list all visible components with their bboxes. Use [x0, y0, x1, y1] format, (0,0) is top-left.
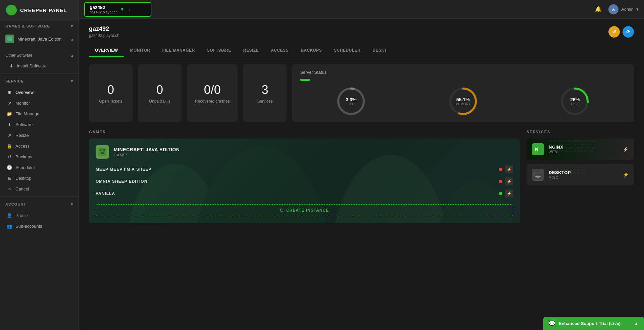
cancel-icon: ✕	[7, 186, 12, 191]
unpaid-bills-card: 0 Unpaid Bills	[138, 64, 182, 122]
instance-omnia: OMNIA SHEEP EDITION ⚡	[96, 177, 513, 185]
recovered-crashes-card: 0/0 Recovered crashes	[187, 64, 238, 122]
svg-rect-21	[535, 172, 541, 176]
notifications-button[interactable]: 🔔	[593, 4, 604, 15]
sidebar-item-backups[interactable]: ↺ Backups	[0, 151, 79, 162]
server-selector[interactable]: gaz492 gaz492.playat.ch ▾ ↕	[84, 2, 151, 17]
nginx-info: NGINX WEB	[549, 145, 618, 154]
create-instance-button[interactable]: ⬡ CREATE INSTANCE	[96, 204, 513, 216]
instance-meep: MEEP MEEP I'M A SHEEP ⚡	[96, 165, 513, 173]
disk-gauge-circle: 26% DISK	[560, 86, 590, 116]
activity-icon: ↗	[7, 100, 12, 106]
svg-rect-16	[100, 149, 101, 151]
cpu-gauge: 3.3% CPU	[336, 86, 366, 116]
server-selector-chevron: ▾	[121, 6, 123, 12]
status-indicator	[300, 79, 310, 81]
logo-icon: 🌿	[6, 5, 17, 15]
games-software-section[interactable]: GAMES & SOFTWARE	[0, 20, 79, 32]
download-icon: ⬇	[9, 63, 13, 68]
other-software-header[interactable]: Other Software	[0, 50, 79, 60]
disk-gauge: 26% DISK	[560, 86, 590, 116]
desktop-lightning[interactable]: ⚡	[623, 172, 629, 177]
open-tickets-value: 0	[107, 83, 114, 97]
lock-icon: 🔒	[7, 143, 12, 149]
svg-rect-0	[7, 37, 12, 41]
services-value: 3	[261, 83, 268, 97]
services-section-title: SERVICES	[527, 130, 634, 134]
instance-omnia-status	[499, 180, 502, 183]
sidebar-item-resize[interactable]: ↗ Resize	[0, 130, 79, 141]
resize-icon: ↗	[7, 132, 12, 138]
instance-meep-action[interactable]: ⚡	[505, 165, 513, 173]
sidebar-item-monitor[interactable]: ↗ Monitor	[0, 98, 79, 108]
game-header: MINECRAFT: JAVA EDITION GAMES	[96, 145, 513, 159]
recovered-crashes-value: 0/0	[204, 83, 221, 97]
tab-access[interactable]: ACCESS	[265, 45, 295, 57]
server-selector-text: gaz492 gaz492.playat.ch	[90, 5, 117, 14]
nginx-icon: N	[532, 143, 544, 155]
install-software-item[interactable]: ⬇ Install Software	[0, 60, 79, 71]
instance-vanilla-status	[499, 192, 502, 195]
sidebar-item-file-manager[interactable]: 📁 File Manager	[0, 108, 79, 119]
sidebar-item-overview[interactable]: ⊞ Overview	[0, 87, 79, 98]
clock-icon: 🕐	[7, 165, 12, 170]
restart-button[interactable]: ↺	[608, 26, 620, 38]
nginx-lightning[interactable]: ⚡	[623, 147, 629, 152]
sidebar: 🌿 CREEPER PANEL GAMES & SOFTWARE Minecra…	[0, 0, 79, 330]
tab-monitor[interactable]: MONITOR	[124, 45, 156, 57]
other-software-chevron	[71, 53, 73, 58]
sidebar-item-profile[interactable]: 👤 Profile	[0, 210, 79, 221]
support-label: Enhanced Support Trial (Live)	[559, 321, 621, 326]
game-info: MINECRAFT: JAVA EDITION GAMES	[114, 147, 180, 157]
tab-desktop[interactable]: DESKT	[366, 45, 393, 57]
support-close-icon[interactable]: ▲	[634, 321, 639, 326]
admin-avatar: A	[608, 4, 618, 14]
sidebar-item-access[interactable]: 🔒 Access	[0, 141, 79, 151]
minecraft-item[interactable]: Minecraft: Java Edition	[0, 32, 79, 46]
server-actions: ↺ ⟳	[608, 26, 634, 38]
sidebar-item-sub-accounts[interactable]: 👥 Sub-accounts	[0, 221, 79, 231]
minecraft-icon	[5, 35, 14, 43]
sidebar-item-desktop[interactable]: 🖥 Desktop	[0, 173, 79, 183]
lower-row: GAMES	[89, 130, 634, 223]
desktop-service-card: /usr/src/httpd2.2.8apr/include /usr/src/…	[527, 164, 634, 185]
account-section-header[interactable]: ACCOUNT	[0, 199, 79, 210]
tab-file-manager[interactable]: FILE MANAGER	[156, 45, 201, 57]
sidebar-logo: 🌿 CREEPER PANEL	[0, 0, 79, 20]
tab-scheduler[interactable]: SCHEDULER	[328, 45, 366, 57]
games-section-title: GAMES	[89, 130, 520, 134]
memory-gauge: 55.1% MEMORY	[448, 86, 478, 116]
admin-chevron: ▾	[636, 7, 639, 12]
game-logo	[96, 145, 109, 159]
tab-backups[interactable]: BACKUPS	[295, 45, 328, 57]
instance-omnia-action[interactable]: ⚡	[505, 177, 513, 185]
instance-vanilla-action[interactable]: ⚡	[505, 189, 513, 198]
svg-rect-18	[101, 152, 104, 154]
cursor-indicator: ↕	[128, 7, 130, 11]
svg-rect-2	[10, 38, 11, 39]
backup-icon: ↺	[7, 154, 12, 159]
support-chat-icon: 💬	[549, 320, 555, 327]
sidebar-item-cancel[interactable]: ✕ Cancel	[0, 183, 79, 194]
service-section-header[interactable]: SERVICE	[0, 75, 79, 87]
desktop-card-content: DESKTOP MISC ⚡	[532, 169, 629, 181]
services-count-card: 3 Services	[243, 64, 287, 122]
sync-button[interactable]: ⟳	[623, 26, 634, 38]
sidebar-item-scheduler[interactable]: 🕐 Scheduler	[0, 162, 79, 173]
svg-rect-1	[8, 38, 9, 39]
tab-resize[interactable]: RESIZE	[237, 45, 265, 57]
gauges-row: 3.3% CPU 55.1%	[300, 86, 626, 116]
disk-value: 26% DISK	[570, 97, 580, 106]
instance-meep-status	[499, 168, 502, 171]
tab-software[interactable]: SOFTWARE	[201, 45, 237, 57]
main-area: gaz492 gaz492.playat.ch ▾ ↕ 🔔 A Admin ▾ …	[79, 0, 644, 330]
games-software-chevron	[71, 24, 73, 29]
support-bar[interactable]: 💬 Enhanced Support Trial (Live) ▲	[543, 317, 644, 330]
person-icon: 👤	[7, 213, 12, 218]
sidebar-item-software[interactable]: ⬇ Software	[0, 119, 79, 130]
admin-menu-button[interactable]: A Admin ▾	[608, 4, 639, 14]
tabs: OVERVIEW MONITOR FILE MANAGER SOFTWARE R…	[89, 45, 634, 57]
stats-row: 0 Open Tickets 0 Unpaid Bills 0/0 Recove…	[89, 64, 634, 122]
nginx-service-card: /src/httpd2.2.8src11b/apr/include /usr/s…	[527, 139, 634, 160]
tab-overview[interactable]: OVERVIEW	[89, 45, 124, 57]
